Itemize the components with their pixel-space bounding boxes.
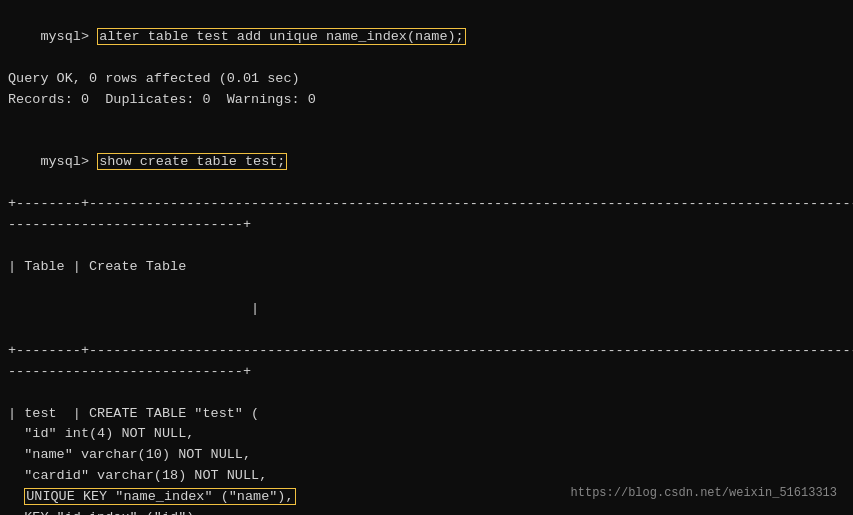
line-blank-4 xyxy=(8,320,845,341)
line-blank-1 xyxy=(8,111,845,132)
unique-key-highlight: UNIQUE KEY "name_index" ("name"), xyxy=(24,488,295,505)
table-row-3: "name" varchar(10) NOT NULL, xyxy=(8,445,845,466)
line-blank-2 xyxy=(8,236,845,257)
sep-4: -----------------------------+ xyxy=(8,362,845,383)
line-blank-5 xyxy=(8,383,845,404)
line-5: mysql> show create table test; xyxy=(8,132,845,195)
table-row-5: KEY "id_index" ("id") xyxy=(8,508,845,515)
watermark: https://blog.csdn.net/weixin_51613313 xyxy=(571,484,837,503)
table-row-2: "id" int(4) NOT NULL, xyxy=(8,424,845,445)
terminal-window: mysql> alter table test add unique name_… xyxy=(8,6,845,509)
line-blank-3 xyxy=(8,278,845,299)
prompt-1: mysql> xyxy=(40,29,97,44)
sep-1: +--------+------------------------------… xyxy=(8,194,845,215)
sep-3: +--------+------------------------------… xyxy=(8,341,845,362)
cmd-2: show create table test; xyxy=(97,153,287,170)
sep-2: -----------------------------+ xyxy=(8,215,845,236)
prompt-2: mysql> xyxy=(40,154,97,169)
line-1: mysql> alter table test add unique name_… xyxy=(8,6,845,69)
line-3: Records: 0 Duplicates: 0 Warnings: 0 xyxy=(8,90,845,111)
table-row-1: | test | CREATE TABLE "test" ( xyxy=(8,404,845,425)
sep-cont: | xyxy=(8,299,845,320)
line-2: Query OK, 0 rows affected (0.01 sec) xyxy=(8,69,845,90)
cmd-1: alter table test add unique name_index(n… xyxy=(97,28,466,45)
table-header: | Table | Create Table xyxy=(8,257,845,278)
